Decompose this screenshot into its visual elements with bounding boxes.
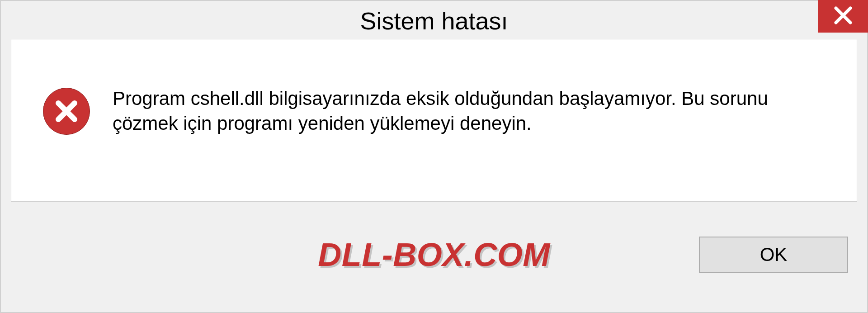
dialog-message: Program cshell.dll bilgisayarınızda eksi…	[113, 86, 818, 136]
error-dialog: Sistem hatası Program cshell.dll bilgisa…	[0, 0, 868, 313]
content-wrap: Program cshell.dll bilgisayarınızda eksi…	[1, 39, 867, 202]
dialog-content: Program cshell.dll bilgisayarınızda eksi…	[11, 39, 857, 202]
dialog-footer: DLL-BOX.COM OK	[1, 202, 867, 312]
error-icon	[43, 88, 90, 135]
ok-button[interactable]: OK	[699, 237, 848, 273]
dialog-title: Sistem hatası	[360, 7, 508, 35]
close-icon	[833, 5, 853, 27]
close-button[interactable]	[818, 0, 868, 33]
watermark-text: DLL-BOX.COM	[318, 236, 550, 273]
titlebar: Sistem hatası	[1, 1, 867, 39]
